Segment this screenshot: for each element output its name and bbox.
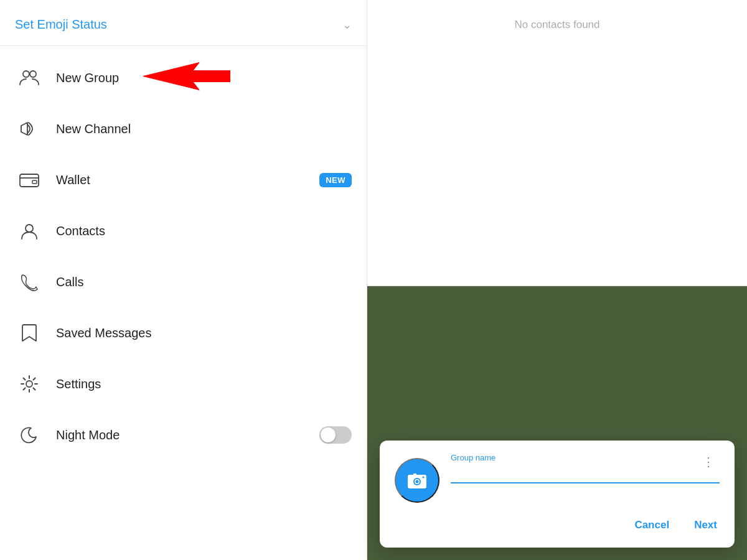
sidebar-item-new-group[interactable]: New Group	[0, 52, 367, 103]
avatar-photo-button[interactable]	[395, 458, 439, 503]
svg-rect-11	[413, 474, 416, 475]
chevron-down-icon: ⌄	[342, 18, 352, 32]
settings-icon	[15, 370, 44, 398]
night-mode-toggle[interactable]	[319, 426, 352, 444]
group-name-section: ⋮ Group name	[451, 453, 720, 483]
camera-icon	[406, 470, 428, 491]
svg-point-0	[23, 71, 29, 77]
sidebar-item-new-channel[interactable]: New Channel	[0, 103, 367, 154]
contacts-icon	[15, 217, 44, 245]
contacts-panel: No contacts found	[367, 0, 747, 286]
calls-label: Calls	[56, 275, 352, 289]
emoji-status-label: Set Emoji Status	[15, 17, 107, 32]
right-panel: No contacts found ⋮ Group	[367, 0, 747, 560]
calls-icon	[15, 268, 44, 296]
wallet-new-badge: NEW	[319, 173, 352, 187]
group-name-dialog: ⋮ Group name Cancel Next	[380, 441, 735, 548]
svg-point-5	[26, 225, 33, 232]
cancel-button[interactable]: Cancel	[632, 515, 672, 535]
sidebar-item-settings[interactable]: Settings	[0, 358, 367, 409]
svg-rect-4	[32, 180, 37, 184]
dialog-top: ⋮ Group name	[395, 453, 720, 503]
group-icon	[15, 63, 44, 92]
svg-point-6	[26, 381, 32, 387]
contacts-label: Contacts	[56, 224, 352, 238]
dialog-actions: Cancel Next	[395, 515, 720, 535]
night-mode-label: Night Mode	[56, 428, 319, 442]
dots-menu-button[interactable]: ⋮	[698, 453, 720, 470]
bookmark-icon	[15, 319, 44, 347]
wallet-icon	[15, 166, 44, 194]
menu-list: New Group New Channel	[0, 46, 367, 560]
sidebar-item-wallet[interactable]: Wallet NEW	[0, 154, 367, 205]
no-contacts-text: No contacts found	[514, 19, 599, 31]
settings-label: Settings	[56, 377, 352, 391]
red-arrow-annotation	[143, 60, 230, 96]
new-channel-label: New Channel	[56, 122, 352, 136]
emoji-status-row[interactable]: Set Emoji Status ⌄	[0, 0, 367, 46]
channel-icon	[15, 114, 44, 143]
left-panel: Set Emoji Status ⌄ New Group	[0, 0, 367, 560]
group-name-label: Group name	[451, 453, 720, 462]
sidebar-item-calls[interactable]: Calls	[0, 256, 367, 307]
group-name-input[interactable]	[451, 466, 720, 483]
sidebar-item-contacts[interactable]: Contacts	[0, 205, 367, 256]
svg-point-12	[423, 477, 425, 478]
toggle-thumb	[321, 427, 336, 442]
sidebar-item-saved-messages[interactable]: Saved Messages	[0, 307, 367, 358]
moon-icon	[15, 421, 44, 449]
svg-point-1	[30, 71, 36, 77]
sidebar-item-night-mode[interactable]: Night Mode	[0, 409, 367, 460]
svg-point-10	[416, 480, 419, 483]
wallet-label: Wallet	[56, 173, 319, 187]
saved-messages-label: Saved Messages	[56, 326, 352, 340]
next-button[interactable]: Next	[692, 515, 720, 535]
svg-marker-2	[143, 63, 230, 90]
dark-background: ⋮ Group name Cancel Next	[367, 286, 747, 560]
